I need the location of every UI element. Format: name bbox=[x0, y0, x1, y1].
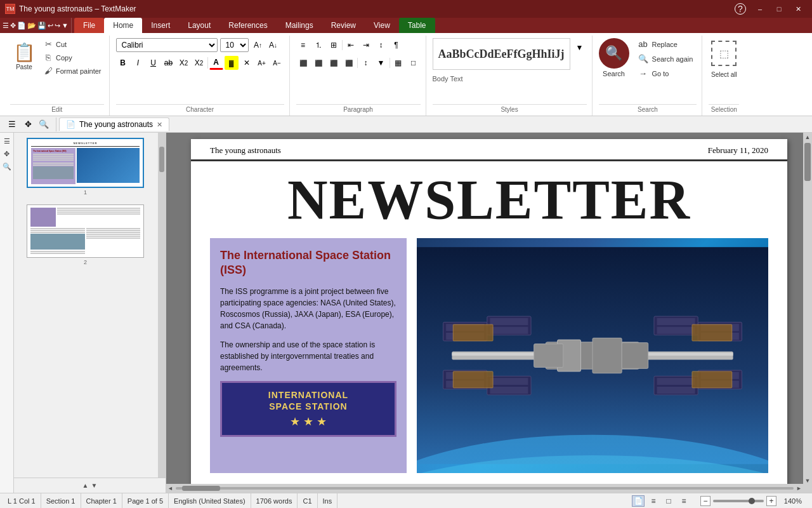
qa-menu-btn[interactable]: ☰ bbox=[3, 22, 9, 30]
search-group-content: 🔍 Search ab Replace 🔍 Search again bbox=[599, 36, 697, 104]
svg-rect-24 bbox=[657, 318, 695, 325]
font-size-select[interactable]: 10 bbox=[220, 38, 249, 52]
align-right-button[interactable]: ⬛ bbox=[327, 56, 341, 70]
highlight-button[interactable]: ▓ bbox=[225, 56, 239, 70]
search-group-label: Search bbox=[599, 104, 697, 116]
styles-preview-box[interactable]: AaBbCcDdEeFfGgHhIiJj bbox=[433, 38, 570, 70]
lvc-btn-2[interactable]: ✥ bbox=[1, 148, 13, 159]
line-spacing-button[interactable]: ↕ bbox=[359, 56, 373, 70]
goto-button[interactable]: → Go to bbox=[634, 67, 697, 79]
thumbnail-1[interactable]: NEWSLETTER The International Space Stati… bbox=[19, 138, 152, 197]
superscript-button[interactable]: X2 bbox=[192, 56, 206, 70]
font-color-button[interactable]: A bbox=[209, 56, 223, 70]
view-page-btn[interactable]: 📄 bbox=[632, 495, 645, 507]
qa-more-btn[interactable]: ▼ bbox=[62, 22, 69, 29]
justify-button[interactable]: ⬛ bbox=[342, 56, 356, 70]
para-more-button[interactable]: ▼ bbox=[374, 56, 388, 70]
scroll-thumb-vertical[interactable] bbox=[804, 143, 811, 181]
lvc-btn-3[interactable]: 🔍 bbox=[1, 161, 13, 172]
menu-layout[interactable]: Layout bbox=[179, 18, 219, 33]
search-again-button[interactable]: 🔍 Search again bbox=[634, 53, 697, 65]
numbering-button[interactable]: ⒈ bbox=[311, 38, 325, 52]
font-family-select[interactable]: Calibri bbox=[116, 38, 218, 52]
multilevel-button[interactable]: ⊞ bbox=[327, 38, 341, 52]
maximize-button[interactable]: □ bbox=[770, 3, 788, 15]
menu-view[interactable]: View bbox=[365, 18, 399, 33]
view-search-btn[interactable]: 🔍 bbox=[37, 117, 51, 131]
scroll-up-arrow[interactable]: ▲ bbox=[804, 133, 812, 142]
thumb-scroll-down-btn[interactable]: ▼ bbox=[91, 482, 98, 489]
thumb-2-col2 bbox=[86, 228, 141, 255]
grow-shrink-row: A↑ A↓ bbox=[251, 38, 280, 52]
close-button[interactable]: ✕ bbox=[789, 3, 807, 15]
subscript-button[interactable]: X2 bbox=[177, 56, 191, 70]
zoom-plus-button[interactable]: + bbox=[766, 496, 776, 506]
lvc-btn-1[interactable]: ☰ bbox=[1, 135, 13, 147]
paste-button[interactable]: 📋 Paste bbox=[10, 38, 38, 73]
menu-mailings[interactable]: Mailings bbox=[277, 18, 322, 33]
zoom-minus-button[interactable]: − bbox=[700, 496, 710, 506]
clear-format-button[interactable]: ✕ bbox=[240, 56, 254, 70]
search-again-icon: 🔍 bbox=[638, 54, 648, 64]
view-read-btn[interactable]: ≡ bbox=[678, 495, 690, 507]
qa-move-btn[interactable]: ✥ bbox=[10, 22, 16, 30]
qa-new-btn[interactable]: 📄 bbox=[17, 22, 26, 30]
thumb-scrollbar[interactable] bbox=[158, 133, 166, 478]
shading-button[interactable]: ▦ bbox=[391, 56, 405, 70]
doc-tab-young-astronauts[interactable]: 📄 The young astronauts ✕ bbox=[59, 117, 169, 131]
scroll-right-arrow[interactable]: ► bbox=[795, 485, 803, 491]
font-buttons-row: B I U ab X2 X2 A ▓ ✕ A+ A− bbox=[116, 56, 284, 70]
cut-button[interactable]: ✂ Cut bbox=[41, 38, 104, 50]
format-painter-button[interactable]: 🖌 Format painter bbox=[41, 65, 104, 77]
help-button[interactable]: ? bbox=[735, 3, 746, 15]
tab-close-button[interactable]: ✕ bbox=[157, 121, 162, 129]
italic-button[interactable]: I bbox=[131, 56, 145, 70]
status-bar: L 1 Col 1 Section 1 Chapter 1 Page 1 of … bbox=[0, 493, 812, 508]
bold-button[interactable]: B bbox=[116, 56, 130, 70]
view-web-btn[interactable]: □ bbox=[662, 495, 675, 507]
grow-font-button[interactable]: A↑ bbox=[251, 38, 265, 52]
grow2-button[interactable]: A+ bbox=[255, 56, 269, 70]
ribbon: 📋 Paste ✂ Cut ⎘ Copy 🖌 bbox=[0, 33, 812, 116]
thumbnail-2[interactable]: 2 bbox=[19, 204, 152, 267]
view-move-btn[interactable]: ✥ bbox=[21, 117, 35, 131]
strikethrough-button[interactable]: ab bbox=[162, 56, 176, 70]
search-label: Search bbox=[603, 70, 625, 77]
menu-insert[interactable]: Insert bbox=[142, 18, 179, 33]
view-outline-btn[interactable]: ≡ bbox=[647, 495, 660, 507]
pilcrow-button[interactable]: ¶ bbox=[390, 38, 403, 52]
qa-save-btn[interactable]: 💾 bbox=[37, 22, 46, 30]
doc-bottom-scrollbar[interactable]: ◄ ► bbox=[166, 484, 803, 493]
replace-button[interactable]: ab Replace bbox=[634, 38, 697, 50]
document-wrapper: The young astronauts February 11, 2020 N… bbox=[179, 139, 799, 486]
menu-home[interactable]: Home bbox=[104, 18, 142, 33]
search-button[interactable]: 🔍 bbox=[599, 38, 629, 69]
menu-table[interactable]: Table bbox=[399, 18, 435, 33]
increase-indent-button[interactable]: ⇥ bbox=[359, 38, 373, 52]
view-sidebar-btn[interactable]: ☰ bbox=[5, 117, 19, 131]
doc-right-scrollbar[interactable]: ▲ ▼ ▲ ▼ bbox=[803, 133, 812, 493]
menu-review[interactable]: Review bbox=[322, 18, 365, 33]
menu-references[interactable]: References bbox=[219, 18, 276, 33]
decrease-indent-button[interactable]: ⇤ bbox=[344, 38, 358, 52]
shrink2-button[interactable]: A− bbox=[270, 56, 284, 70]
scroll-thumb-h[interactable] bbox=[182, 486, 220, 491]
shrink-font-button[interactable]: A↓ bbox=[266, 38, 280, 52]
minimize-button[interactable]: – bbox=[751, 3, 769, 15]
align-center-button[interactable]: ⬛ bbox=[311, 56, 325, 70]
copy-button[interactable]: ⎘ Copy bbox=[41, 51, 104, 64]
border-button[interactable]: □ bbox=[407, 56, 421, 70]
thumb-scroll-up-btn[interactable]: ▲ bbox=[82, 482, 89, 489]
styles-dropdown-button[interactable]: ▼ bbox=[573, 41, 587, 55]
bullets-button[interactable]: ≡ bbox=[296, 38, 310, 52]
sort-button[interactable]: ↕ bbox=[374, 38, 388, 52]
select-all-button[interactable]: ⬚ bbox=[709, 38, 739, 69]
qa-open-btn[interactable]: 📂 bbox=[27, 22, 36, 30]
align-left-button[interactable]: ⬛ bbox=[296, 56, 310, 70]
scroll-left-arrow[interactable]: ◄ bbox=[166, 485, 174, 491]
qa-undo-btn[interactable]: ↩ bbox=[48, 22, 53, 30]
qa-redo-btn[interactable]: ↪ bbox=[55, 22, 60, 30]
underline-button[interactable]: U bbox=[147, 56, 160, 70]
zoom-slider[interactable] bbox=[713, 500, 764, 502]
menu-file[interactable]: File bbox=[74, 18, 104, 33]
